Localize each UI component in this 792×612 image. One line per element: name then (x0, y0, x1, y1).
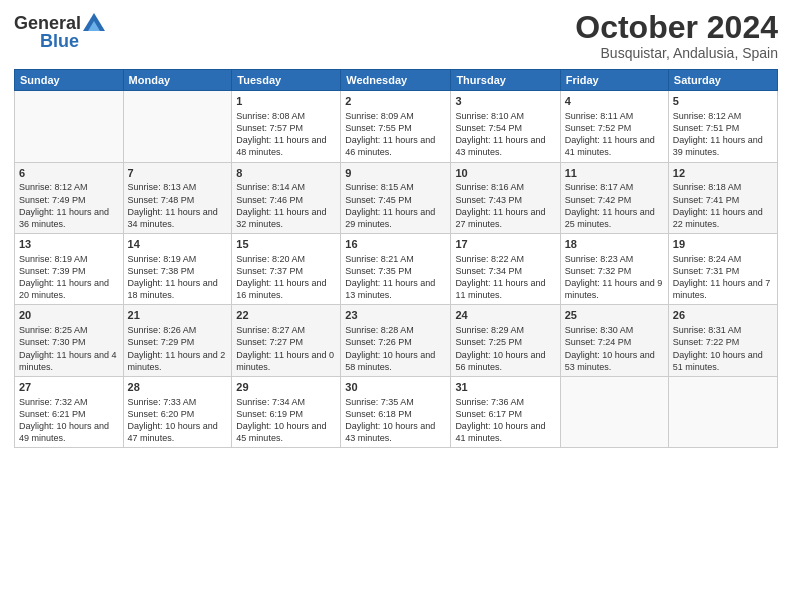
day-info: Sunrise: 8:16 AM Sunset: 7:43 PM Dayligh… (455, 181, 555, 230)
weekday-header: Tuesday (232, 70, 341, 91)
day-number: 15 (236, 237, 336, 252)
day-number: 8 (236, 166, 336, 181)
day-number: 12 (673, 166, 773, 181)
day-number: 18 (565, 237, 664, 252)
calendar-cell: 15Sunrise: 8:20 AM Sunset: 7:37 PM Dayli… (232, 234, 341, 305)
day-info: Sunrise: 8:25 AM Sunset: 7:30 PM Dayligh… (19, 324, 119, 373)
day-number: 17 (455, 237, 555, 252)
day-number: 11 (565, 166, 664, 181)
calendar-cell: 31Sunrise: 7:36 AM Sunset: 6:17 PM Dayli… (451, 376, 560, 447)
calendar-cell: 19Sunrise: 8:24 AM Sunset: 7:31 PM Dayli… (668, 234, 777, 305)
day-info: Sunrise: 8:08 AM Sunset: 7:57 PM Dayligh… (236, 110, 336, 159)
title-block: October 2024 Busquistar, Andalusia, Spai… (575, 10, 778, 61)
day-number: 9 (345, 166, 446, 181)
day-number: 29 (236, 380, 336, 395)
weekday-header: Sunday (15, 70, 124, 91)
calendar-cell: 7Sunrise: 8:13 AM Sunset: 7:48 PM Daylig… (123, 162, 232, 233)
calendar-cell: 29Sunrise: 7:34 AM Sunset: 6:19 PM Dayli… (232, 376, 341, 447)
day-number: 24 (455, 308, 555, 323)
day-info: Sunrise: 8:28 AM Sunset: 7:26 PM Dayligh… (345, 324, 446, 373)
day-number: 5 (673, 94, 773, 109)
day-info: Sunrise: 8:10 AM Sunset: 7:54 PM Dayligh… (455, 110, 555, 159)
calendar-cell: 8Sunrise: 8:14 AM Sunset: 7:46 PM Daylig… (232, 162, 341, 233)
day-info: Sunrise: 7:32 AM Sunset: 6:21 PM Dayligh… (19, 396, 119, 445)
day-info: Sunrise: 8:29 AM Sunset: 7:25 PM Dayligh… (455, 324, 555, 373)
day-number: 25 (565, 308, 664, 323)
month-title: October 2024 (575, 10, 778, 45)
calendar-cell: 2Sunrise: 8:09 AM Sunset: 7:55 PM Daylig… (341, 91, 451, 162)
calendar-cell (15, 91, 124, 162)
calendar-cell: 6Sunrise: 8:12 AM Sunset: 7:49 PM Daylig… (15, 162, 124, 233)
calendar-cell: 30Sunrise: 7:35 AM Sunset: 6:18 PM Dayli… (341, 376, 451, 447)
calendar-week-row: 20Sunrise: 8:25 AM Sunset: 7:30 PM Dayli… (15, 305, 778, 376)
logo-blue-text: Blue (40, 31, 79, 51)
calendar-cell: 9Sunrise: 8:15 AM Sunset: 7:45 PM Daylig… (341, 162, 451, 233)
header: General Blue October 2024 Busquistar, An… (14, 10, 778, 61)
calendar-cell: 3Sunrise: 8:10 AM Sunset: 7:54 PM Daylig… (451, 91, 560, 162)
calendar-cell (123, 91, 232, 162)
calendar-cell: 13Sunrise: 8:19 AM Sunset: 7:39 PM Dayli… (15, 234, 124, 305)
weekday-header: Saturday (668, 70, 777, 91)
day-number: 3 (455, 94, 555, 109)
calendar-week-row: 6Sunrise: 8:12 AM Sunset: 7:49 PM Daylig… (15, 162, 778, 233)
day-number: 2 (345, 94, 446, 109)
day-info: Sunrise: 8:30 AM Sunset: 7:24 PM Dayligh… (565, 324, 664, 373)
day-number: 31 (455, 380, 555, 395)
calendar-cell: 17Sunrise: 8:22 AM Sunset: 7:34 PM Dayli… (451, 234, 560, 305)
calendar-cell: 10Sunrise: 8:16 AM Sunset: 7:43 PM Dayli… (451, 162, 560, 233)
calendar-cell: 11Sunrise: 8:17 AM Sunset: 7:42 PM Dayli… (560, 162, 668, 233)
day-number: 10 (455, 166, 555, 181)
day-number: 4 (565, 94, 664, 109)
calendar-cell: 14Sunrise: 8:19 AM Sunset: 7:38 PM Dayli… (123, 234, 232, 305)
logo: General Blue (14, 14, 105, 51)
logo-icon (83, 13, 105, 31)
calendar-cell: 16Sunrise: 8:21 AM Sunset: 7:35 PM Dayli… (341, 234, 451, 305)
day-number: 19 (673, 237, 773, 252)
day-info: Sunrise: 8:19 AM Sunset: 7:38 PM Dayligh… (128, 253, 228, 302)
calendar-cell: 27Sunrise: 7:32 AM Sunset: 6:21 PM Dayli… (15, 376, 124, 447)
day-number: 27 (19, 380, 119, 395)
weekday-header: Monday (123, 70, 232, 91)
day-info: Sunrise: 7:33 AM Sunset: 6:20 PM Dayligh… (128, 396, 228, 445)
day-info: Sunrise: 8:26 AM Sunset: 7:29 PM Dayligh… (128, 324, 228, 373)
day-info: Sunrise: 8:19 AM Sunset: 7:39 PM Dayligh… (19, 253, 119, 302)
weekday-header: Wednesday (341, 70, 451, 91)
calendar-week-row: 1Sunrise: 8:08 AM Sunset: 7:57 PM Daylig… (15, 91, 778, 162)
calendar-cell: 23Sunrise: 8:28 AM Sunset: 7:26 PM Dayli… (341, 305, 451, 376)
day-info: Sunrise: 8:27 AM Sunset: 7:27 PM Dayligh… (236, 324, 336, 373)
day-number: 16 (345, 237, 446, 252)
day-info: Sunrise: 8:15 AM Sunset: 7:45 PM Dayligh… (345, 181, 446, 230)
day-info: Sunrise: 7:34 AM Sunset: 6:19 PM Dayligh… (236, 396, 336, 445)
logo-general-text: General (14, 14, 81, 32)
day-info: Sunrise: 8:17 AM Sunset: 7:42 PM Dayligh… (565, 181, 664, 230)
day-info: Sunrise: 8:22 AM Sunset: 7:34 PM Dayligh… (455, 253, 555, 302)
day-info: Sunrise: 7:35 AM Sunset: 6:18 PM Dayligh… (345, 396, 446, 445)
day-number: 1 (236, 94, 336, 109)
day-info: Sunrise: 7:36 AM Sunset: 6:17 PM Dayligh… (455, 396, 555, 445)
location: Busquistar, Andalusia, Spain (575, 45, 778, 61)
day-info: Sunrise: 8:18 AM Sunset: 7:41 PM Dayligh… (673, 181, 773, 230)
day-info: Sunrise: 8:13 AM Sunset: 7:48 PM Dayligh… (128, 181, 228, 230)
calendar-week-row: 13Sunrise: 8:19 AM Sunset: 7:39 PM Dayli… (15, 234, 778, 305)
day-number: 28 (128, 380, 228, 395)
day-info: Sunrise: 8:09 AM Sunset: 7:55 PM Dayligh… (345, 110, 446, 159)
calendar-cell: 25Sunrise: 8:30 AM Sunset: 7:24 PM Dayli… (560, 305, 668, 376)
day-info: Sunrise: 8:21 AM Sunset: 7:35 PM Dayligh… (345, 253, 446, 302)
weekday-header: Friday (560, 70, 668, 91)
calendar-cell: 18Sunrise: 8:23 AM Sunset: 7:32 PM Dayli… (560, 234, 668, 305)
calendar-cell (668, 376, 777, 447)
day-info: Sunrise: 8:23 AM Sunset: 7:32 PM Dayligh… (565, 253, 664, 302)
calendar-cell: 1Sunrise: 8:08 AM Sunset: 7:57 PM Daylig… (232, 91, 341, 162)
day-number: 7 (128, 166, 228, 181)
day-number: 21 (128, 308, 228, 323)
day-info: Sunrise: 8:12 AM Sunset: 7:51 PM Dayligh… (673, 110, 773, 159)
page: General Blue October 2024 Busquistar, An… (0, 0, 792, 612)
day-info: Sunrise: 8:11 AM Sunset: 7:52 PM Dayligh… (565, 110, 664, 159)
calendar-cell: 5Sunrise: 8:12 AM Sunset: 7:51 PM Daylig… (668, 91, 777, 162)
day-number: 14 (128, 237, 228, 252)
calendar-week-row: 27Sunrise: 7:32 AM Sunset: 6:21 PM Dayli… (15, 376, 778, 447)
day-info: Sunrise: 8:14 AM Sunset: 7:46 PM Dayligh… (236, 181, 336, 230)
calendar-cell: 24Sunrise: 8:29 AM Sunset: 7:25 PM Dayli… (451, 305, 560, 376)
day-info: Sunrise: 8:20 AM Sunset: 7:37 PM Dayligh… (236, 253, 336, 302)
day-number: 30 (345, 380, 446, 395)
